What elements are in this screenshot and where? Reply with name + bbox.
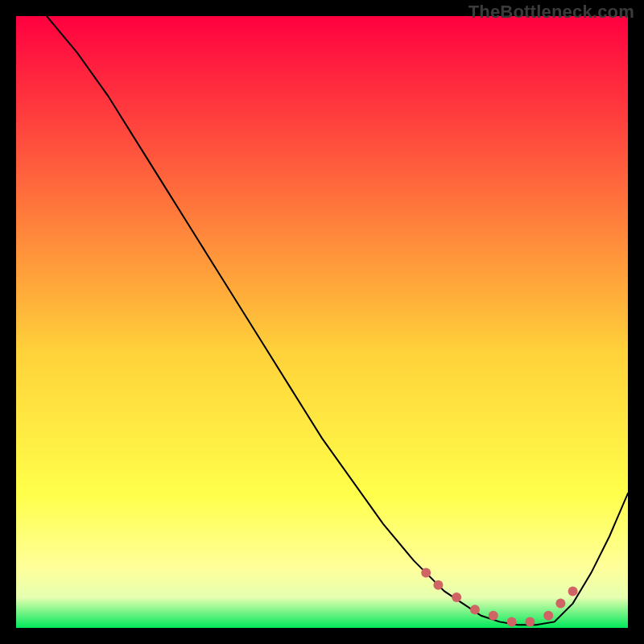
watermark-text: TheBottleneck.com [469,2,634,23]
marker-dot [489,611,498,621]
marker-dot [568,586,578,596]
marker-dot [555,599,565,609]
marker-dot [470,605,480,614]
bottleneck-chart [16,16,628,628]
marker-dot [543,611,553,621]
marker-dot [525,617,535,626]
marker-dot [507,617,517,626]
marker-dot [433,580,443,590]
marker-dot [421,568,431,578]
marker-dot [452,592,461,602]
chart-frame: TheBottleneck.com [0,0,644,644]
gradient-background [16,16,628,628]
